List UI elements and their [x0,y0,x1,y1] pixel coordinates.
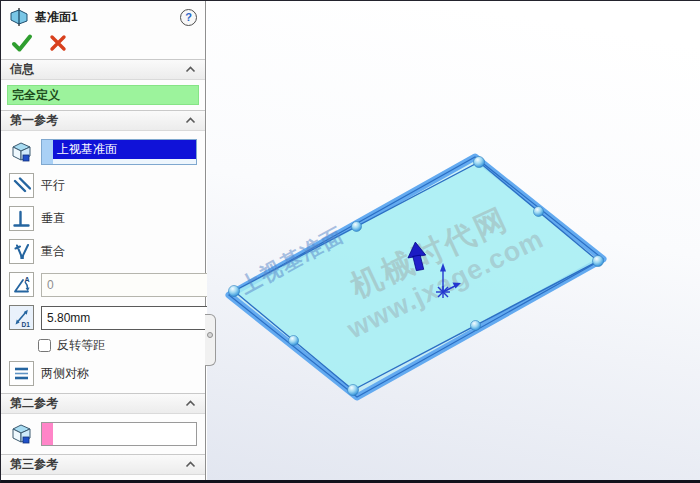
section-label: 信息 [10,61,34,78]
coincident-label: 重合 [41,243,65,260]
section-header-first-reference[interactable]: 第一参考 [1,111,205,131]
section-header-third-reference[interactable]: 第三参考 [1,455,205,475]
confirm-bar [1,31,205,59]
perpendicular-icon [12,209,31,228]
status-badge: 完全定义 [7,85,199,105]
coincident-button[interactable] [9,239,34,264]
selected-reference-item[interactable]: 上视基准面 [53,140,196,159]
mid-plane-row: 两侧对称 [1,357,205,390]
splitter-grip-dot [207,332,213,338]
angle-input [41,273,208,297]
cancel-button[interactable] [49,34,67,52]
help-button[interactable]: ? [180,9,197,26]
solidworks-window: 基准面1 ? 信息 完全定义 第一参考 [0,0,700,483]
parallel-icon [12,176,31,195]
status-text: 完全定义 [12,87,60,104]
mid-plane-label: 两侧对称 [41,365,89,382]
second-reference-row [1,414,205,454]
property-manager-header: 基准面1 ? [1,1,205,31]
chevron-up-icon[interactable] [185,66,196,73]
panel-splitter-handle[interactable] [205,314,216,366]
section-header-second-reference[interactable]: 第二参考 [1,394,205,414]
distance-d1-glyph: D1 [21,320,30,327]
plane-icon [9,7,29,27]
help-label: ? [185,11,192,23]
scene-3d: 上视基准面 机械时代网 www.jxage.com [207,1,700,481]
reference-cube-icon [9,421,34,447]
parallel-button[interactable] [9,173,34,198]
page-title: 基准面1 [35,9,78,26]
first-reference-accent-strip [42,140,53,164]
second-reference-accent-strip [42,423,53,445]
graphics-area[interactable]: 上视基准面 机械时代网 www.jxage.com [207,1,700,481]
section-label: 第二参考 [10,395,58,412]
section-label: 第三参考 [10,456,58,473]
parallel-label: 平行 [41,177,65,194]
first-reference-row: 上视基准面 [1,131,205,169]
angle-row: A [1,268,205,301]
selection-list[interactable]: 上视基准面 [53,140,196,164]
distance-field [41,306,228,330]
selected-reference-label: 上视基准面 [57,141,117,158]
property-manager-panel: 基准面1 ? 信息 完全定义 第一参考 [1,1,206,481]
distance-row: D1 [1,301,205,334]
coincident-row: 重合 [1,235,205,268]
chevron-up-icon[interactable] [185,400,196,407]
perpendicular-label: 垂直 [41,210,65,227]
ok-button[interactable] [11,33,33,53]
chevron-up-icon[interactable] [185,461,196,468]
perpendicular-button[interactable] [9,206,34,231]
reference-cube-icon [9,139,34,165]
flip-offset-checkbox[interactable] [38,339,51,352]
first-reference-selection-box[interactable]: 上视基准面 [41,139,197,165]
distance-icon: D1 [12,308,32,328]
coincident-icon [12,242,31,261]
flip-offset-row: 反转等距 [1,334,205,357]
section-label: 第一参考 [10,112,58,129]
second-reference-selection-box[interactable] [41,422,197,446]
parallel-row: 平行 [1,169,205,202]
angle-icon: A [12,275,32,295]
distance-input[interactable] [41,306,208,330]
flip-offset-label: 反转等距 [57,337,105,354]
mid-plane-icon [12,364,31,383]
mid-plane-button[interactable] [9,361,34,386]
perpendicular-row: 垂直 [1,202,205,235]
section-header-info[interactable]: 信息 [1,60,205,80]
distance-button[interactable]: D1 [9,305,34,330]
third-reference-row [1,475,205,483]
angle-field [41,273,228,297]
chevron-up-icon[interactable] [185,117,196,124]
angle-button[interactable]: A [9,272,34,297]
angle-a-glyph: A [24,275,29,282]
